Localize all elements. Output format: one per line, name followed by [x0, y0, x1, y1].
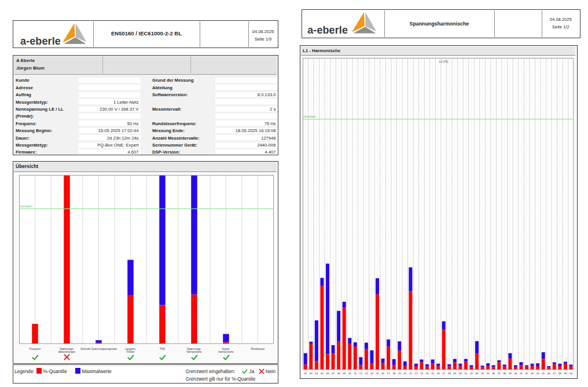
svg-text:46: 46: [547, 373, 550, 375]
svg-text:43: 43: [531, 373, 534, 375]
svg-text:22: 22: [415, 373, 418, 375]
svg-text:39: 39: [509, 373, 512, 375]
svg-text:32: 32: [470, 373, 473, 375]
svg-text:05: 05: [321, 373, 324, 375]
svg-text:03: 03: [310, 373, 313, 375]
svg-text:18: 18: [393, 373, 396, 375]
svg-text:26: 26: [437, 373, 440, 375]
svg-text:06: 06: [326, 373, 329, 375]
svg-text:Grenzwert: Grenzwert: [20, 205, 33, 208]
svg-text:35: 35: [487, 373, 490, 375]
svg-text:21: 21: [409, 373, 412, 375]
svg-text:36: 36: [493, 373, 495, 375]
svg-text:Grenzwert: Grenzwert: [304, 116, 317, 119]
svg-text:27: 27: [443, 373, 446, 375]
svg-text:07: 07: [332, 373, 335, 375]
svg-text:42: 42: [525, 373, 528, 375]
svg-text:L1 [%]: L1 [%]: [439, 60, 449, 63]
svg-text:37: 37: [498, 373, 501, 375]
svg-text:16: 16: [381, 373, 384, 375]
svg-text:09: 09: [343, 373, 346, 375]
svg-text:28: 28: [448, 373, 451, 375]
svg-text:45: 45: [542, 373, 545, 375]
svg-text:41: 41: [520, 373, 523, 375]
svg-text:48: 48: [558, 373, 561, 375]
svg-text:40: 40: [514, 373, 517, 375]
svg-text:50: 50: [569, 373, 572, 375]
svg-text:11: 11: [354, 373, 357, 375]
svg-text:19: 19: [398, 373, 401, 375]
svg-text:08: 08: [337, 373, 340, 375]
svg-text:12: 12: [359, 373, 362, 375]
svg-text:24: 24: [426, 373, 429, 375]
svg-text:47: 47: [553, 373, 556, 375]
svg-text:34: 34: [481, 373, 484, 375]
svg-text:13: 13: [365, 373, 368, 375]
svg-text:30: 30: [459, 373, 462, 375]
svg-text:02: 02: [304, 373, 307, 375]
svg-text:23: 23: [420, 373, 423, 375]
svg-text:33: 33: [476, 373, 479, 375]
svg-text:49: 49: [564, 373, 567, 375]
svg-text:31: 31: [465, 373, 468, 375]
svg-text:10: 10: [348, 373, 351, 375]
svg-text:25: 25: [431, 373, 434, 375]
svg-text:44: 44: [536, 373, 539, 375]
svg-text:17: 17: [387, 373, 390, 375]
svg-text:29: 29: [454, 373, 457, 375]
svg-text:14: 14: [370, 373, 373, 375]
svg-text:04: 04: [315, 373, 318, 375]
svg-text:38: 38: [504, 373, 506, 375]
svg-text:15: 15: [376, 373, 379, 375]
svg-text:20: 20: [404, 373, 407, 375]
